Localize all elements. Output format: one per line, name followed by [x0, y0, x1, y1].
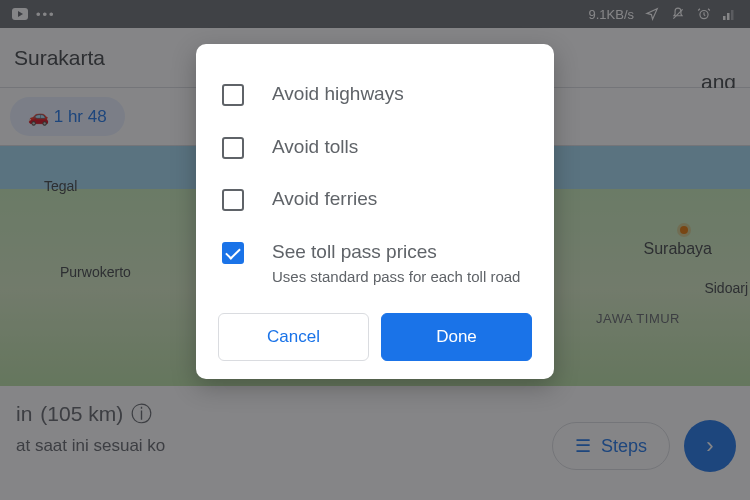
label-toll-prices: See toll pass prices	[272, 240, 520, 265]
option-avoid-tolls[interactable]: Avoid tolls	[218, 121, 532, 174]
label-avoid-highways: Avoid highways	[272, 82, 404, 107]
sublabel-toll-prices: Uses standard pass for each toll road	[272, 268, 520, 285]
option-toll-prices[interactable]: See toll pass prices Uses standard pass …	[218, 226, 532, 299]
option-avoid-ferries[interactable]: Avoid ferries	[218, 173, 532, 226]
checkbox-toll-prices[interactable]	[222, 242, 244, 264]
checkbox-avoid-highways[interactable]	[222, 84, 244, 106]
route-options-dialog: Avoid highways Avoid tolls Avoid ferries…	[196, 44, 554, 379]
option-avoid-highways[interactable]: Avoid highways	[218, 68, 532, 121]
checkbox-avoid-tolls[interactable]	[222, 137, 244, 159]
label-avoid-tolls: Avoid tolls	[272, 135, 358, 160]
checkbox-avoid-ferries[interactable]	[222, 189, 244, 211]
done-button[interactable]: Done	[381, 313, 532, 361]
label-avoid-ferries: Avoid ferries	[272, 187, 377, 212]
cancel-button[interactable]: Cancel	[218, 313, 369, 361]
